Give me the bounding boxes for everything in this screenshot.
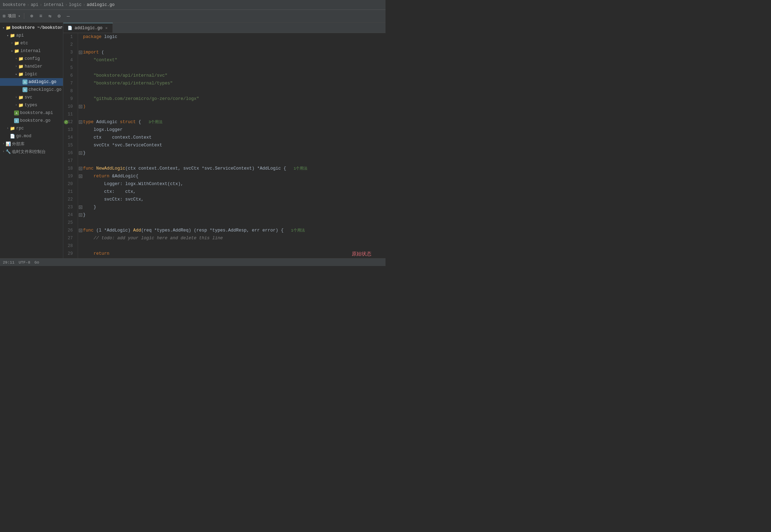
expand-arrow-api: ▾ xyxy=(6,34,10,38)
tab-addlogic[interactable]: 📄 addlogic.go ✕ xyxy=(63,23,113,33)
ln-8: 8 xyxy=(63,87,76,95)
fold-btn-3[interactable]: - xyxy=(79,51,82,54)
code-3-rest: ( xyxy=(99,49,104,56)
chevron-down-icon[interactable]: ▾ xyxy=(18,14,20,18)
fold-23[interactable]: - xyxy=(78,205,83,209)
code-scroll-area[interactable]: package logic - import ( "context" xyxy=(78,33,386,258)
ln-9: 9 xyxy=(63,95,76,103)
status-type: Go xyxy=(34,260,39,265)
fold-btn-19[interactable]: - xyxy=(79,175,82,178)
sidebar-item-internal[interactable]: ▾ 📁 internal xyxy=(0,47,63,55)
folder-icon-types: 📁 xyxy=(18,103,24,108)
sidebar-item-bookstore-go[interactable]: G bookstore.go xyxy=(0,117,63,125)
code-line-19: - return &AddLogic{ xyxy=(78,172,386,180)
fold-btn-16[interactable]: - xyxy=(79,151,82,155)
sidebar-item-checklogic[interactable]: G checklogic.go xyxy=(0,86,63,94)
code-26-params: (req *types.AddReq) (resp *types.AddResp… xyxy=(141,227,283,234)
sidebar-item-rpc[interactable]: › 📁 rpc xyxy=(0,125,63,132)
sidebar-item-api[interactable]: ▾ 📁 api xyxy=(0,32,63,39)
code-12-brace: { xyxy=(136,118,141,126)
str-context: "context" xyxy=(83,56,117,64)
toolbar-icon-grid[interactable]: ⊞ xyxy=(3,13,6,19)
code-5-empty xyxy=(83,64,86,72)
fold-26[interactable]: - xyxy=(78,229,83,232)
status-encoding: UTF-8 xyxy=(19,260,30,265)
sidebar-item-types[interactable]: › 📁 types xyxy=(0,101,63,109)
fold-3[interactable]: - xyxy=(78,51,83,54)
editor-container: 📄 addlogic.go ✕ 1 2 3 4 5 6 7 8 9 10 11 xyxy=(63,23,386,258)
sidebar-label-internal: internal xyxy=(20,49,41,53)
fold-btn-12[interactable]: - xyxy=(79,120,82,124)
sidebar-label-logic: logic xyxy=(25,72,37,77)
project-label[interactable]: 项目 xyxy=(8,13,16,19)
code-14: ctx context.Context xyxy=(83,134,152,141)
fold-10[interactable]: - xyxy=(78,105,83,108)
expand-arrow-types: › xyxy=(14,103,18,107)
tab-close-button[interactable]: ✕ xyxy=(104,25,108,31)
sidebar-label-bookstore: bookstore ~/bookstore xyxy=(12,25,63,30)
fold-btn-24[interactable]: - xyxy=(79,213,82,217)
folder-icon-etc: 📁 xyxy=(14,41,19,46)
breadcrumb-logic[interactable]: logic xyxy=(69,2,82,7)
sidebar-label-types: types xyxy=(25,103,37,108)
fold-btn-10[interactable]: - xyxy=(79,105,82,108)
fold-19[interactable]: - xyxy=(78,175,83,178)
ln-24: 24 xyxy=(63,211,76,219)
sidebar-item-logic[interactable]: ▾ 📁 logic xyxy=(0,70,63,78)
sidebar-item-bookstore[interactable]: ▾ 📁 bookstore ~/bookstore xyxy=(0,24,63,32)
sidebar-item-config[interactable]: › 📁 config xyxy=(0,55,63,63)
sidebar-label-temp: 临时文件和控制台 xyxy=(12,149,46,155)
expand-arrow-config: › xyxy=(14,57,18,61)
code-line-15: svcCtx *svc.ServiceContext xyxy=(78,141,386,149)
code-line-17 xyxy=(78,157,386,165)
fold-btn-23[interactable]: - xyxy=(79,205,82,209)
line-numbers: 1 2 3 4 5 6 7 8 9 10 11 ✓ 12 13 14 15 16… xyxy=(63,33,78,258)
folder-icon-handler: 📁 xyxy=(18,64,24,69)
ln-14: 14 xyxy=(63,134,76,141)
code-8-empty xyxy=(83,87,86,95)
comment-27: // todo: add your logic here and delete … xyxy=(83,234,223,242)
code-16: } xyxy=(83,149,86,157)
breadcrumb-internal[interactable]: internal xyxy=(44,2,64,7)
fold-12[interactable]: - xyxy=(78,120,83,124)
expand-arrow-logic: ▾ xyxy=(14,72,18,76)
ln-5: 5 xyxy=(63,64,76,72)
ln-10: 10 xyxy=(63,103,76,110)
toolbar-swap-icon[interactable]: ⇆ xyxy=(47,13,53,19)
sidebar-item-gomod[interactable]: 📄 go.mod xyxy=(0,132,63,140)
toolbar-list-icon[interactable]: ≡ xyxy=(38,13,44,19)
toolbar-settings-icon[interactable]: ⚙ xyxy=(56,13,62,19)
sidebar-item-svc[interactable]: › 📁 svc xyxy=(0,94,63,101)
file-icon-checklogic: G xyxy=(23,87,27,92)
code-11-empty xyxy=(83,110,86,118)
sidebar-item-external[interactable]: › 📊 外部库 xyxy=(0,140,63,148)
sidebar-label-svc: svc xyxy=(25,95,32,100)
ln-21: 21 xyxy=(63,188,76,196)
expand-arrow-svc: › xyxy=(14,96,18,99)
sidebar-item-addlogic[interactable]: G addlogic.go xyxy=(0,78,63,86)
breadcrumb-api[interactable]: api xyxy=(31,2,38,7)
sidebar-item-etc[interactable]: › 📁 etc xyxy=(0,39,63,47)
code-15: svcCtx *svc.ServiceContext xyxy=(83,141,162,149)
fold-btn-18[interactable]: - xyxy=(79,167,82,170)
fold-btn-26[interactable]: - xyxy=(79,229,82,232)
code-line-4: "context" xyxy=(78,56,386,64)
tab-file-icon: 📄 xyxy=(68,26,72,30)
code-20: Logger: logx.WithContext(ctx), xyxy=(83,180,183,188)
status-line: 29:11 xyxy=(3,260,14,265)
folder-icon-bookstore: 📁 xyxy=(6,25,11,31)
fold-16[interactable]: - xyxy=(78,151,83,155)
fold-24[interactable]: - xyxy=(78,213,83,217)
str-logx: "github.com/zeromicro/go-zero/core/logx" xyxy=(83,95,199,103)
code-17-empty xyxy=(83,157,86,165)
sidebar-item-handler[interactable]: › 📁 handler xyxy=(0,63,63,70)
code-line-20: Logger: logx.WithContext(ctx), xyxy=(78,180,386,188)
ln-25: 25 xyxy=(63,219,76,227)
sep2: › xyxy=(40,3,42,7)
fold-18[interactable]: - xyxy=(78,167,83,170)
sidebar-item-bookstore-api[interactable]: A bookstore.api xyxy=(0,109,63,117)
toolbar-minimize-icon[interactable]: — xyxy=(65,13,71,19)
toolbar-circle-icon[interactable]: ⊕ xyxy=(28,13,35,19)
sidebar-item-temp[interactable]: › 🔧 临时文件和控制台 xyxy=(0,148,63,156)
breadcrumb-bookstore[interactable]: bookstore xyxy=(3,2,26,7)
